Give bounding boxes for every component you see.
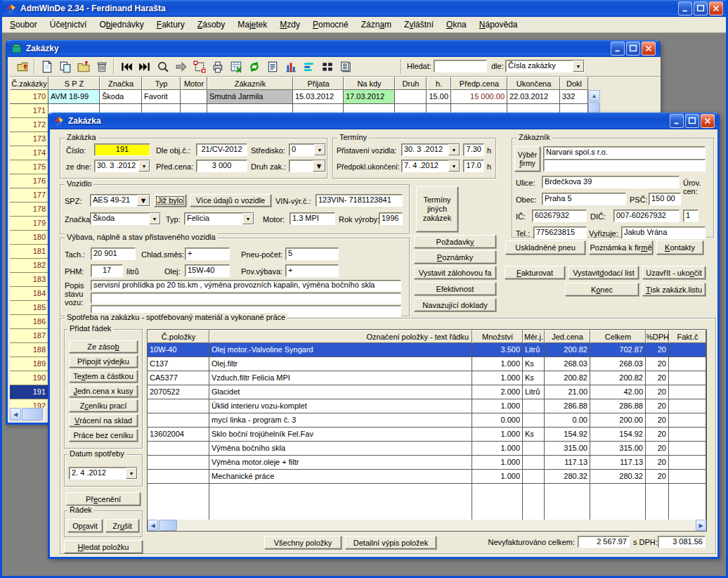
edit-row-button[interactable]: Opravit (67, 519, 103, 532)
invoice-button[interactable]: Fakturovat (505, 266, 565, 279)
search-by-select[interactable]: Čísla zakázky▼ (505, 60, 585, 72)
items-column-header-jed-cena[interactable]: Jed.cena (545, 330, 590, 343)
items-column-header-oznaceni-polozky-text-radku[interactable]: Označení položky - text řádku (209, 330, 472, 343)
menu-item-okna[interactable]: Okna (440, 18, 473, 32)
toolbar-delete-record-button[interactable] (93, 58, 110, 75)
dialog-maximize-button[interactable] (685, 114, 699, 128)
add-row-pripojit-vydejku-button[interactable]: Připojit výdejku (69, 355, 138, 368)
contacts-button[interactable]: Kontakty (656, 240, 703, 255)
cost-center-select[interactable]: 0▼ (289, 143, 326, 156)
chevron-down-icon[interactable]: ▼ (126, 468, 137, 479)
orders-column-header-druh[interactable]: Druh (395, 77, 427, 90)
add-row-textem-a-castkou-button[interactable]: Textem a částkou (69, 370, 138, 383)
already-serviced-button[interactable]: Již bylo (154, 194, 186, 207)
phone-field[interactable]: 775623815 (533, 226, 587, 239)
orders-column-header-ukoncena[interactable]: Ukončena (507, 77, 560, 90)
chevron-down-icon[interactable]: ▼ (314, 144, 325, 155)
orders-column-header-predp-cena[interactable]: Předp.cena (451, 77, 507, 90)
scroll-left-icon[interactable]: ◀ (10, 408, 21, 420)
close-order-button[interactable]: Uzavřít - ukončit (642, 266, 706, 279)
brand-select[interactable]: Škoda▼ (90, 212, 161, 225)
scroll-right-icon[interactable]: ▶ (696, 520, 706, 531)
navazujici-doklady-button[interactable]: Navazující doklady (414, 298, 496, 312)
toolbar-refresh-images-button[interactable] (246, 58, 263, 75)
orders-minimize-button[interactable] (611, 41, 625, 56)
orders-close-button[interactable] (642, 41, 656, 56)
handled-by-field[interactable]: Jakub Vrána (621, 226, 706, 239)
toolbar-chart-bars-button[interactable] (282, 58, 299, 75)
toolbar-select-region-button[interactable] (191, 58, 208, 75)
toolbar-new-record-button[interactable] (39, 58, 56, 75)
items-hscroll-thumb[interactable] (159, 520, 177, 531)
end-button[interactable]: Konec (565, 283, 639, 296)
menu-item-zaznam[interactable]: Záznam (355, 18, 398, 32)
items-table-row[interactable]: Úklid interieru vozu-komplet1.000286.882… (148, 399, 706, 413)
orders-column-header-s-p-z[interactable]: S P Z (48, 77, 100, 90)
delete-row-button[interactable]: Zrušit (105, 519, 139, 532)
orders-row-170[interactable]: 170AVM 18-99ŠkodaFavoritSmutná Jarmila15… (10, 90, 588, 104)
orders-hscroll-thumb[interactable] (22, 408, 43, 420)
dialog-close-button[interactable] (701, 114, 715, 128)
company-id-field[interactable]: 60267932 (532, 210, 587, 222)
add-row-z-ceniku-praci-button[interactable]: Z ceníku prací (69, 399, 138, 412)
detailed-listing-button[interactable]: Detailní výpis položek (345, 536, 436, 549)
toolbar-first-record-button[interactable] (118, 58, 135, 75)
toolbar-open-order-button[interactable] (14, 58, 31, 75)
items-horizontal-scrollbar[interactable]: ◀ ▶ (148, 520, 706, 531)
menu-item-pomocne[interactable]: Pomocné (306, 18, 355, 32)
orders-column-header-znacka[interactable]: Značka (100, 77, 142, 90)
items-column-header-dph[interactable]: %DPH (646, 330, 669, 343)
menu-item-soubor[interactable]: Soubor (4, 18, 44, 32)
items-table-row[interactable]: 13602004Sklo boční trojúhelník Fel.Fav1.… (148, 428, 706, 442)
add-row-prace-bez-ceniku-button[interactable]: Práce bez ceníku (69, 429, 138, 442)
minimize-button[interactable] (678, 1, 692, 15)
orders-column-header-prijata[interactable]: Přijata (293, 77, 344, 90)
chevron-down-icon[interactable]: ▼ (313, 160, 325, 172)
oil-field[interactable]: 15W-40 (185, 264, 230, 277)
add-row-vraceni-na-sklad-button[interactable]: Vrácení na sklad (69, 414, 138, 427)
items-table-row[interactable]: C137Olej.filtr1.000Ks268.03268.0320 (148, 357, 706, 371)
menu-item-majetek[interactable]: Majetek (231, 18, 273, 32)
condition-line2-field[interactable] (91, 293, 401, 304)
scroll-left-icon[interactable]: ◀ (148, 520, 158, 531)
stored-tires-button[interactable]: Uskladněné pneu (505, 240, 585, 255)
est-price-field[interactable]: 3 000 (196, 160, 247, 172)
scroll-up-icon[interactable]: ▲ (588, 90, 600, 101)
vehicle-arrival-time[interactable]: 7.30 (463, 143, 484, 156)
delivery-note-button[interactable]: Vystavit dodací list (568, 266, 639, 279)
items-table-row[interactable]: Výměna bočního skla1.000315.00315.0020 (148, 442, 706, 456)
toolbar-last-record-button[interactable] (136, 58, 153, 75)
chevron-down-icon[interactable]: ▼ (138, 160, 150, 172)
add-row-ze-zasob-button[interactable]: Ze zásob (69, 340, 138, 353)
items-table-row[interactable]: Mechanické práce1.000280.32280.3220 (148, 470, 706, 484)
year-field[interactable]: 1996 (379, 212, 403, 225)
print-order-button[interactable]: Tisk zakázk.listu (642, 283, 706, 296)
orders-column-header-c-zakazky[interactable]: Č.zakázky (10, 77, 48, 90)
vehicle-details-button[interactable]: Více údajů o vozidle (190, 194, 271, 207)
all-items-button[interactable]: Všechny položky (264, 536, 342, 549)
fuel-field[interactable]: 17 (91, 264, 123, 277)
chevron-down-icon[interactable]: ▼ (137, 195, 150, 206)
close-button[interactable] (709, 1, 723, 15)
menu-item-zasoby[interactable]: Zásoby (191, 18, 231, 32)
items-column-header-c-polozky[interactable]: Č.položky (148, 330, 209, 343)
find-item-button[interactable]: Hledat položku (64, 540, 143, 553)
type-select[interactable]: Felicia▼ (184, 212, 254, 225)
order-date-select[interactable]: 30. 3 .2012▼ (94, 160, 150, 172)
menu-item-zvlastni[interactable]: Zvláštní (398, 18, 440, 32)
other-orders-terms-button[interactable]: Termíny jiných zakázek (416, 186, 458, 232)
orders-column-header-na-kdy[interactable]: Na kdy (344, 77, 395, 90)
items-column-header-mer-j[interactable]: Měr.j. (523, 330, 545, 343)
order-number-field[interactable]: 191 (94, 143, 150, 156)
company-name-field[interactable]: Narvani spol.s r.o. (543, 146, 706, 159)
orders-column-header-h[interactable]: h. (427, 77, 451, 90)
chevron-down-icon[interactable]: ▼ (448, 144, 460, 155)
items-table-row[interactable]: CA5377Vzduch.filtr Felicia MPI1.000Ks200… (148, 371, 706, 385)
company-note-button[interactable]: Poznámka k firmě (589, 240, 653, 255)
pozadavky-button[interactable]: Požadavky (414, 235, 496, 248)
menu-item-ucetnictvi[interactable]: Účetnictví (44, 18, 93, 32)
zip-field[interactable]: 150 00 (649, 193, 681, 205)
menu-item-faktury[interactable]: Faktury (150, 18, 191, 32)
chevron-down-icon[interactable]: ▼ (573, 60, 584, 72)
select-company-button[interactable]: Výběr firmy (514, 146, 540, 172)
